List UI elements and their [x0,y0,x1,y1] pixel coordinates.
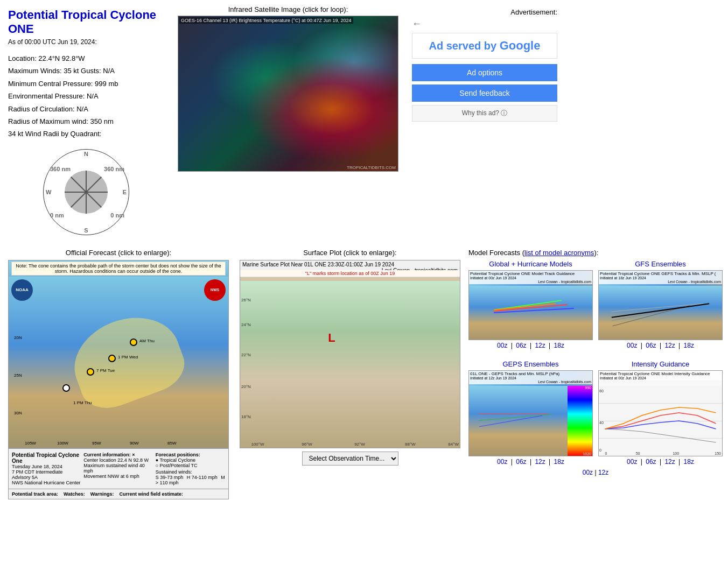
intensity-image[interactable]: Potential Tropical Cyclone ONE Model Int… [598,370,723,456]
observation-time-select[interactable]: Select Observation Time... [302,452,398,466]
gfs-ensembles-img-label: Potential Tropical Cyclone ONE GEFS Trac… [599,271,722,284]
ad-options-button[interactable]: Ad options [412,64,557,81]
geps-12z-link[interactable]: 12z [535,458,545,466]
storm-dot-4: AM Thu [130,339,137,346]
gfs-12z-link[interactable]: 12z [664,342,675,349]
forecast-time: 7 PM CDT Intermediate Advisory 5A [12,469,81,480]
lat-label-25n: 25N [14,373,22,378]
gfs-ensembles-links: 00z | 06z | 12z | 18z [598,342,723,349]
satellite-panel[interactable]: Infrared Satellite Image (click for loop… [172,5,404,238]
global-hurricane-image[interactable]: Potential Tropical Cyclone ONE Model Tra… [468,270,593,340]
gfs-00z-link[interactable]: 00z [627,342,637,349]
as-of-label: As of 00:00 UTC Jun 19, 2024: [8,38,164,46]
storm-l-marker: L [328,331,335,345]
x-axis-2: 50 [636,452,640,455]
intensity-links: 00z | 06z | 12z | 18z [598,458,723,466]
intensity-img-label: Potential Tropical Cyclone ONE Model Int… [599,371,722,380]
compass-se-value: 0 nm [110,212,124,218]
intensity-12z-link[interactable]: 12z [664,458,675,466]
ad-google-text: Google [500,39,541,52]
model-acronyms-link[interactable]: list of model acronyms [524,249,594,257]
geps-bottom-links: 00z | 12z [468,469,723,476]
intensity-title: Intensity Guidance [598,360,723,368]
surface-image[interactable]: Marine Surface Plot Near 01L ONE 23:30Z-… [240,260,460,448]
compass-sw-value: 0 nm [50,212,64,218]
geps-ensembles-links: 00z | 06z | 12z | 18z [468,458,593,466]
intensity-sep2: | [660,458,661,466]
global-hurricane-section: Global + Hurricane Models Potential Trop… [468,260,593,349]
storm-dot-3: 1 PM Wed [108,355,116,362]
ad-back-btn[interactable]: ← [412,18,557,30]
forecast-map-body: NOAA NWS 7 PM Tue 1 PM Wed [9,277,228,448]
geps-06z-link[interactable]: 06z [516,458,526,466]
max-winds-line: Maximum Winds: 35 kt Gusts: N/A [8,65,164,77]
gfs-sep1: | [641,342,642,349]
global-06z-link[interactable]: 06z [516,342,526,349]
geps-scale-bot: 1020 [583,452,591,456]
radius-circulation-line: Radius of Circulation: N/A [8,103,164,115]
lon-100w: 100°W [251,442,264,447]
gfs-18z-link[interactable]: 18z [684,342,694,349]
satellite-image-label: GOES-16 Channel 13 (IR) Brightness Tempe… [179,17,353,24]
wind-ranges: S 39-73 mph H 74-110 mph M > 110 mph [156,475,225,485]
gfs-ensembles-section: GFS Ensembles Potential Tropical Cyclone… [598,260,723,349]
wind-radii-label: 34 kt Wind Radii by Quadrant: [8,128,164,140]
intensity-06z-link[interactable]: 06z [646,458,656,466]
lat-20n: 20°N [241,384,251,389]
compass-nw-value: 360 nm [50,166,71,172]
geps-map [469,386,568,456]
compass-south-label: S [84,227,88,234]
max-sustained: Maximum sustained wind 40 mph [83,463,153,474]
wind-compass: N S E W 360 nm 360 nm 0 nm 0 nm [43,149,129,235]
geps-18z-link[interactable]: 18z [554,458,564,466]
lon-label-95w: 95W [92,441,101,446]
bottom-00z-link[interactable]: 00z [583,469,593,476]
y-axis-top: 80 [599,389,604,393]
intensity-18z-link[interactable]: 18z [684,458,694,466]
satellite-title: Infrared Satellite Image (click for loop… [228,5,348,13]
surface-title: Surface Plot (click to enlarge): [303,249,396,257]
gfs-ensembles-image[interactable]: Potential Tropical Cyclone ONE GEFS Trac… [598,270,723,340]
global-12z-link[interactable]: 12z [535,342,545,349]
global-sep2: | [530,342,531,349]
nws-logo: NWS [204,279,226,301]
model-grid: Global + Hurricane Models Potential Trop… [468,260,723,466]
storm-dot-1 [62,384,70,392]
geps-ensembles-title: GEPS Ensembles [468,360,593,368]
forecast-panel: Official Forecast (click to enlarge): No… [5,249,232,499]
lat-26n: 26°N [241,298,251,302]
bottom-12z-link[interactable]: 12z [598,469,608,476]
gfs-06z-link[interactable]: 06z [646,342,656,349]
geps-t1 [479,414,548,414]
geps-sep2: | [530,458,531,466]
forecast-title: Official Forecast (click to enlarge): [66,249,171,257]
gfs-ensembles-title: GFS Ensembles [598,260,723,268]
surface-panel: Surface Plot (click to enlarge): Marine … [237,249,463,499]
surface-select-row[interactable]: Select Observation Time... [302,452,398,466]
why-this-ad-button[interactable]: Why this ad? ⓘ [412,105,557,122]
model-panel-title: Model Forecasts (list of model acronyms)… [468,249,723,257]
gfs-sep3: | [678,342,680,349]
env-pressure-line: Environmental Pressure: N/A [8,90,164,102]
model-panel: Model Forecasts (list of model acronyms)… [468,249,723,499]
gfs-sep2: | [660,342,661,349]
track-area-label: Potential track area: [12,491,58,497]
forecast-image-inner: Note: The cone contains the probable pat… [9,260,228,448]
intensity-chart: 80 40 0 0 50 100 150 [599,386,722,456]
tropical-cyclone-label: ● Tropical Cyclone [156,457,225,463]
intensity-section: Intensity Guidance Potential Tropical Cy… [598,360,723,466]
forecast-date: Tuesday June 18, 2024 [12,464,81,469]
global-hurricane-links: 00z | 06z | 12z | 18z [468,342,593,349]
geps-ensembles-image[interactable]: 01L ONE - GEPS Tracks and Min. MSLP (hPa… [468,370,593,456]
forecast-image[interactable]: Note: The cone contains the probable pat… [8,260,229,448]
forecast-storm-name-col: Potential Tropical Cyclone One Tuesday J… [12,452,81,485]
global-18z-link[interactable]: 18z [554,342,564,349]
global-00z-link[interactable]: 00z [497,342,507,349]
lat-label-30n: 30N [14,411,22,415]
geps-00z-link[interactable]: 00z [497,458,507,466]
send-feedback-button[interactable]: Send feedback [412,84,557,102]
forecast-info-bar: Potential Tropical Cyclone One Tuesday J… [8,448,229,489]
radius-max-wind-line: Radius of Maximum wind: 350 nm [8,115,164,128]
satellite-image[interactable]: GOES-16 Channel 13 (IR) Brightness Tempe… [178,16,398,172]
intensity-00z-link[interactable]: 00z [627,458,637,466]
